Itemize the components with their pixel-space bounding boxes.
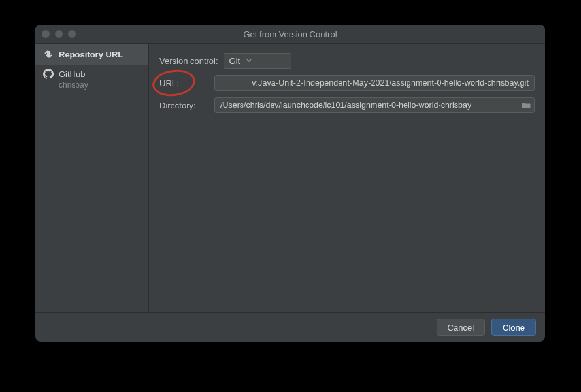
sidebar: Repository URL GitHub chrisbay — [35, 44, 149, 312]
directory-input[interactable] — [214, 97, 535, 113]
sidebar-item-label: Repository URL — [59, 50, 123, 59]
directory-label: Directory: — [159, 101, 210, 110]
cancel-button[interactable]: Cancel — [437, 319, 485, 336]
github-icon — [43, 69, 54, 79]
browse-directory-button[interactable] — [520, 99, 532, 111]
sidebar-item-repository-url[interactable]: Repository URL — [35, 44, 148, 65]
url-row: URL: — [159, 75, 535, 91]
sidebar-item-label: GitHub — [59, 69, 85, 79]
button-label: Cancel — [448, 323, 474, 333]
github-username: chrisbay — [59, 80, 141, 90]
main-panel: Version control: Git URL: Directory: — [149, 44, 545, 312]
dialog-body: Repository URL GitHub chrisbay Version c… — [35, 44, 545, 312]
dialog-window: Get from Version Control Repository URL — [35, 25, 545, 342]
vcs-row: Version control: Git — [159, 53, 535, 69]
zoom-window-button[interactable] — [68, 30, 76, 38]
minimize-window-button[interactable] — [55, 30, 63, 38]
close-window-button[interactable] — [42, 30, 50, 38]
url-input[interactable] — [214, 75, 535, 91]
vcs-select[interactable]: Git — [224, 53, 291, 69]
chevron-down-icon — [246, 58, 252, 63]
directory-row: Directory: — [159, 97, 535, 113]
folder-icon — [522, 101, 531, 110]
vcs-value: Git — [229, 56, 241, 66]
sidebar-item-github[interactable]: GitHub chrisbay — [35, 65, 148, 96]
titlebar: Get from Version Control — [35, 25, 545, 44]
window-title: Get from Version Control — [243, 29, 337, 39]
url-label: URL: — [159, 78, 210, 88]
checkout-icon — [43, 49, 54, 59]
clone-button[interactable]: Clone — [491, 319, 536, 336]
window-controls — [42, 30, 76, 38]
button-label: Clone — [503, 323, 525, 333]
vcs-label: Version control: — [159, 56, 218, 66]
dialog-footer: Cancel Clone — [35, 312, 545, 342]
